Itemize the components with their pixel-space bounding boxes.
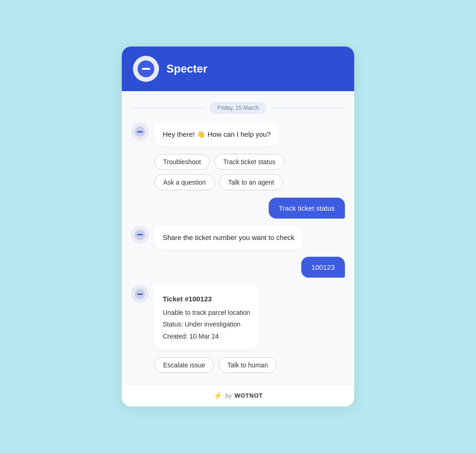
chat-container: Specter Friday, 15 March Hey there! 👋 Ho… <box>122 47 354 406</box>
bot-face-inner-2 <box>135 230 145 240</box>
footer-by-text: by <box>225 392 232 399</box>
date-divider: Friday, 15 March <box>131 102 345 113</box>
bot-avatar-small-2 <box>131 226 149 244</box>
bot-name: Specter <box>166 62 207 75</box>
ticket-id: Ticket #100123 <box>163 293 250 305</box>
bot-greeting-row: Hey there! 👋 How can I help you? <box>131 123 345 147</box>
bot-face-inner-1 <box>135 127 145 137</box>
footer-brand: WOTNOT <box>234 392 263 399</box>
bot-avatar-small-1 <box>131 123 149 140</box>
lightning-icon: ⚡ <box>213 391 223 400</box>
bot-ticket-info-row: Ticket #100123 Unable to track parcel lo… <box>131 285 345 350</box>
option-talk-agent[interactable]: Talk to an agent <box>219 174 283 190</box>
divider-line-left <box>131 108 205 108</box>
footer: ⚡ by WOTNOT <box>122 384 354 406</box>
chat-body: Friday, 15 March Hey there! 👋 How can I … <box>122 91 354 384</box>
date-label: Friday, 15 March <box>210 102 265 113</box>
bot-avatar-large <box>133 56 159 82</box>
options-row-1: Troubleshoot Track ticket status Ask a q… <box>154 154 345 190</box>
ticket-info-bubble: Ticket #100123 Unable to track parcel lo… <box>154 285 258 350</box>
bot-share-ticket-bubble: Share the ticket number you want to chec… <box>154 226 303 250</box>
option-escalate-issue[interactable]: Escalate issue <box>154 357 214 373</box>
chat-header: Specter <box>122 47 354 91</box>
bot-face-inner-3 <box>135 289 145 299</box>
option-talk-human[interactable]: Talk to human <box>218 357 277 373</box>
option-troubleshoot[interactable]: Troubleshoot <box>154 154 210 170</box>
bot-icon <box>138 60 154 77</box>
ticket-status: Status: Under investigation <box>163 319 250 330</box>
user-track-ticket-bubble: Track ticket status <box>269 198 345 219</box>
ticket-created: Created: 10 Mar 24 <box>163 331 250 342</box>
options-row-2: Escalate issue Talk to human <box>154 357 345 373</box>
user-ticket-number-bubble: 100123 <box>301 257 345 278</box>
ticket-description: Unable to track parcel location <box>163 307 250 319</box>
bot-greeting-bubble: Hey there! 👋 How can I help you? <box>154 123 279 147</box>
divider-line-right <box>271 108 345 108</box>
bot-avatar-small-3 <box>131 285 149 303</box>
bot-share-ticket-row: Share the ticket number you want to chec… <box>131 226 345 250</box>
user-ticket-number-row: 100123 <box>131 257 345 278</box>
option-track-ticket[interactable]: Track ticket status <box>214 154 284 170</box>
user-track-ticket-row: Track ticket status <box>131 198 345 219</box>
option-ask-question[interactable]: Ask a question <box>154 174 215 190</box>
